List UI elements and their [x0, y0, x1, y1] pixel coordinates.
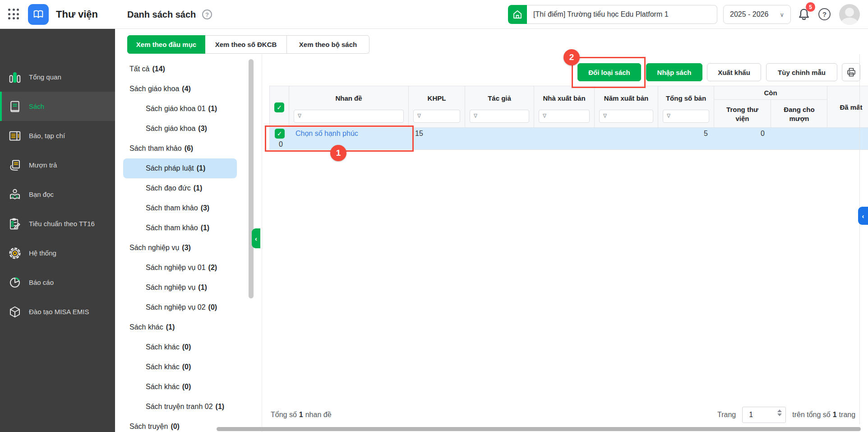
- reader-icon: [8, 188, 22, 201]
- view-tabs: Xem theo đầu mục Xem theo số ĐKCB Xem th…: [127, 35, 369, 54]
- tree-item[interactable]: Sách truyện tranh 02(1): [123, 397, 237, 417]
- borrow-return-icon: [8, 158, 22, 172]
- column-tong-so-ban: Tổng số bản ∇: [658, 86, 714, 128]
- page-total: trên tổng số1trang: [792, 411, 855, 419]
- library-logo-icon[interactable]: [28, 4, 49, 25]
- user-avatar[interactable]: [839, 4, 860, 25]
- filter-input-nhan-de[interactable]: [294, 110, 404, 123]
- tree-item[interactable]: Sách giáo khoa(3): [123, 119, 237, 139]
- category-tree: Tất cả(14) Sách giáo khoa(4) Sách giáo k…: [123, 59, 237, 432]
- chevron-left-icon: ‹: [862, 212, 864, 220]
- table-header: ✓ Nhan đề ∇ KHPL ∇ Tác giả ∇ Nhà xuất bả…: [269, 86, 868, 128]
- column-khpl: KHPL ∇: [409, 86, 465, 128]
- stepper-up-icon: [777, 409, 782, 412]
- tree-item[interactable]: Sách tham khảo(1): [123, 218, 237, 238]
- filter-input-nam-xuat-ban[interactable]: [599, 110, 653, 123]
- tree-item[interactable]: Sách nghiệp vụ(1): [123, 278, 237, 297]
- help-icon[interactable]: ?: [818, 8, 831, 20]
- tree-item-tat-ca[interactable]: Tất cả(14): [123, 59, 237, 79]
- column-nha-xuat-ban: Nhà xuất bản ∇: [534, 86, 595, 128]
- table-row[interactable]: ✓ Chọn số hạnh phúc 15 5 0 5 0: [269, 128, 868, 150]
- newspaper-icon: [8, 129, 22, 143]
- tab-xem-theo-dau-muc[interactable]: Xem theo đầu mục: [127, 35, 205, 54]
- column-da-mat: Đã mất: [827, 86, 868, 128]
- filter-input-nha-xuat-ban[interactable]: [539, 110, 590, 123]
- row-checkbox-cell: ✓: [270, 128, 289, 139]
- tree-item[interactable]: Sách khác(0): [123, 337, 237, 357]
- tree-item[interactable]: Sách giáo khoa(4): [123, 79, 237, 99]
- customize-template-button[interactable]: Tùy chỉnh mẫu: [766, 63, 837, 81]
- page-title: Danh sách sách: [127, 0, 196, 29]
- content-right-border: [859, 54, 860, 424]
- column-tac-gia: Tác giả ∇: [465, 86, 534, 128]
- avatar-silhouette: [845, 8, 854, 17]
- page-stepper[interactable]: [777, 409, 782, 416]
- filter-input-tong-so-ban[interactable]: [663, 110, 709, 123]
- tree-collapse-tab[interactable]: ‹: [252, 228, 260, 248]
- tree-item[interactable]: Sách nghiệp vụ 01(2): [123, 258, 237, 278]
- tree-item[interactable]: Sách khác(0): [123, 377, 237, 397]
- row-checkbox[interactable]: ✓: [275, 129, 285, 139]
- notification-badge: 5: [806, 2, 815, 12]
- tree-item[interactable]: Sách tham khảo(6): [123, 139, 237, 158]
- school-year-value: 2025 - 2026: [730, 10, 768, 19]
- select-all-checkbox[interactable]: ✓: [274, 102, 284, 112]
- house-icon: [508, 5, 527, 24]
- right-panel-expand-tab[interactable]: ‹: [858, 207, 868, 225]
- export-button[interactable]: Xuất khẩu: [707, 63, 761, 81]
- column-group-con: Còn Trong thư viện Đang cho mượn: [714, 86, 827, 128]
- sidebar-item-tong-quan[interactable]: Tổng quan: [0, 62, 115, 92]
- filter-input-tac-gia[interactable]: [470, 110, 529, 123]
- sidebar-item-he-thong[interactable]: Hệ thống: [0, 238, 115, 268]
- cell-nha-xuat-ban: [534, 128, 595, 139]
- tree-panel-divider: [262, 54, 262, 432]
- horizontal-scrollbar[interactable]: [217, 427, 861, 431]
- tab-xem-theo-so-dkcb[interactable]: Xem theo số ĐKCB: [205, 35, 287, 54]
- column-trong-thu-vien: Trong thư viện: [714, 100, 771, 128]
- school-selector[interactable]: [Thí điểm] Trường tiểu học Edu Platform …: [508, 5, 717, 24]
- filter-input-khpl[interactable]: [413, 110, 460, 123]
- print-button[interactable]: [842, 63, 860, 81]
- tree-scrollbar[interactable]: [249, 59, 254, 298]
- school-year-select[interactable]: 2025 - 2026 ∨: [723, 5, 791, 24]
- school-name: [Thí điểm] Trường tiểu học Edu Platform …: [527, 5, 717, 24]
- library-app-screen: Thư viện Danh sách sách ? [Thí điểm] Trư…: [0, 0, 868, 432]
- tree-item[interactable]: Sách tham khảo(3): [123, 198, 237, 218]
- tree-item-selected[interactable]: Sách pháp luật(1): [123, 158, 237, 178]
- page-label: Trang: [717, 411, 736, 419]
- tree-item[interactable]: Sách khác(1): [123, 317, 237, 337]
- app-grid-icon[interactable]: [8, 9, 20, 20]
- sidebar-item-tieu-chuan-tt16[interactable]: Tiêu chuẩn theo TT16: [0, 209, 115, 238]
- chevron-down-icon: ∨: [780, 11, 784, 18]
- column-nhan-de: Nhan đề ∇: [289, 86, 409, 128]
- top-header: Thư viện Danh sách sách ? [Thí điểm] Trư…: [0, 0, 868, 29]
- book-title-link[interactable]: Chọn số hạnh phúc: [289, 128, 409, 139]
- tree-item[interactable]: Sách khác(0): [123, 357, 237, 377]
- printer-icon: [846, 67, 857, 78]
- column-nam-xuat-ban: Năm xuất bản ∇: [595, 86, 658, 128]
- tree-item[interactable]: Sách giáo khoa 01(1): [123, 99, 237, 119]
- change-book-type-button[interactable]: Đổi loại sách: [577, 63, 641, 81]
- import-books-button[interactable]: Nhập sách: [646, 63, 702, 81]
- total-summary: Tổng số1nhan đề: [271, 408, 332, 422]
- cell-da-mat: 0: [270, 139, 289, 149]
- stepper-down-icon: [777, 413, 782, 416]
- sidebar-item-sach[interactable]: Sách: [0, 92, 115, 121]
- page-number-input[interactable]: [743, 407, 774, 423]
- tree-item[interactable]: Sách nghiệp vụ 02(0): [123, 297, 237, 317]
- sidebar-item-ban-doc[interactable]: Bạn đọc: [0, 180, 115, 209]
- sidebar-item-bao-cao[interactable]: Báo cáo: [0, 268, 115, 297]
- pagination: Trang trên tổng số1trang: [717, 407, 855, 423]
- book-icon: [8, 100, 22, 113]
- sidebar-item-muon-tra[interactable]: Mượn trả: [0, 150, 115, 180]
- cell-tac-gia: [465, 128, 534, 139]
- sidebar-item-dao-tao-misa-emis[interactable]: Đào tạo MISA EMIS: [0, 297, 115, 326]
- tab-xem-theo-bo-sach[interactable]: Xem theo bộ sách: [287, 35, 369, 54]
- chevron-left-icon: ‹: [255, 235, 257, 242]
- tree-item[interactable]: Sách nghiệp vụ(3): [123, 238, 237, 258]
- page-number-box: [742, 407, 786, 423]
- tree-item[interactable]: Sách đạo đức(1): [123, 178, 237, 198]
- page-help-icon[interactable]: ?: [202, 9, 212, 19]
- sidebar-item-bao-tap-chi[interactable]: Báo, tạp chí: [0, 121, 115, 150]
- column-dang-cho-muon: Đang cho mượn: [771, 100, 827, 128]
